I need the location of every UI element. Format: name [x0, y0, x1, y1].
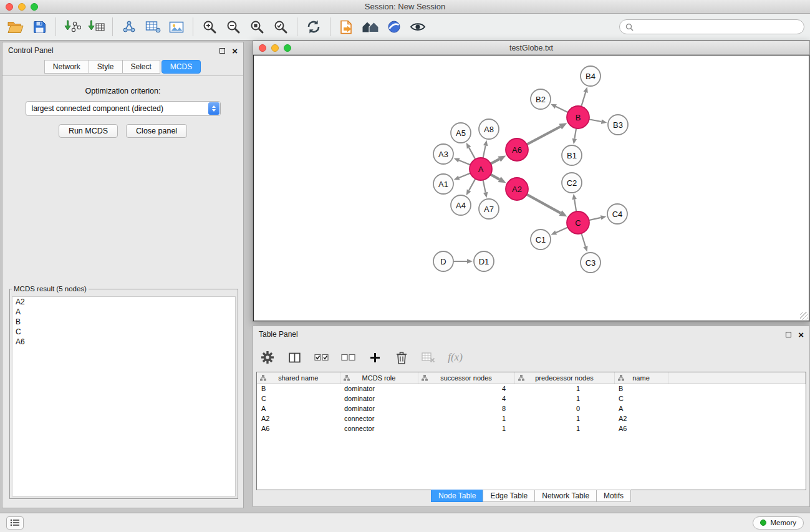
home-button[interactable] — [359, 15, 382, 39]
cell-mcds-role[interactable]: dominator — [340, 404, 418, 414]
memory-button[interactable]: Memory — [753, 516, 804, 530]
cell-predecessor-nodes[interactable]: 1 — [514, 414, 614, 423]
close-window-button[interactable] — [6, 3, 13, 11]
cell-mcds-role[interactable]: dominator — [340, 384, 418, 394]
new-network-icon — [122, 20, 137, 34]
zoom-in-button[interactable] — [198, 15, 221, 39]
mcds-result-item[interactable]: A2 — [12, 297, 235, 307]
save-floppy-icon — [33, 21, 46, 34]
export-image-button[interactable] — [165, 15, 188, 39]
graph-node-label: A7 — [484, 205, 494, 214]
run-mcds-button[interactable]: Run MCDS — [59, 124, 118, 138]
filter-button[interactable] — [382, 15, 406, 39]
cell-name[interactable]: A6 — [614, 423, 668, 433]
cell-shared-name[interactable]: A — [257, 404, 340, 414]
cell-successor-nodes[interactable]: 4 — [418, 394, 514, 404]
import-network-file-button[interactable] — [60, 15, 84, 39]
tab-motifs[interactable]: Motifs — [596, 490, 631, 502]
network-zoom-button[interactable] — [284, 44, 291, 52]
mcds-result-list[interactable]: A2ABCA6 — [12, 296, 236, 496]
column-header-shared-name[interactable]: shared name — [257, 372, 340, 384]
table-row[interactable]: Bdominator41B — [257, 384, 806, 394]
mcds-result-item[interactable]: C — [12, 327, 235, 337]
add-column-button[interactable] — [367, 348, 383, 367]
float-panel-icon[interactable] — [219, 48, 225, 54]
window-title: Session: New Session — [365, 2, 445, 11]
cell-predecessor-nodes[interactable]: 0 — [514, 404, 614, 414]
zoom-window-button[interactable] — [31, 3, 38, 11]
function-builder-button[interactable]: f(x) — [447, 348, 463, 367]
network-canvas[interactable]: B4B2BB3B1A5A8A6A3AA1A2C2A4A7C4CC1C3DD1 — [253, 55, 809, 321]
cell-predecessor-nodes[interactable]: 1 — [514, 384, 614, 394]
delete-column-button[interactable] — [393, 348, 410, 367]
task-history-button[interactable] — [6, 516, 24, 530]
cell-successor-nodes[interactable]: 1 — [418, 414, 514, 423]
close-panel-icon[interactable]: × — [232, 46, 238, 56]
zoom-fit-button[interactable] — [245, 15, 269, 39]
export-document-button[interactable] — [335, 15, 359, 39]
mcds-result-item[interactable]: A — [12, 307, 235, 317]
save-session-button[interactable] — [27, 15, 51, 39]
cell-name[interactable]: A — [614, 404, 668, 414]
select-all-button[interactable] — [313, 348, 329, 367]
search-input[interactable] — [637, 22, 798, 31]
resize-grip[interactable] — [800, 312, 808, 320]
graph-node-label: D — [440, 257, 446, 266]
cell-predecessor-nodes[interactable]: 1 — [514, 423, 614, 433]
show-hide-button[interactable] — [406, 15, 430, 39]
table-row[interactable]: A6connector11A6 — [257, 423, 806, 433]
close-panel-button[interactable]: Close panel — [126, 124, 187, 138]
cell-name[interactable]: B — [614, 384, 668, 394]
tab-mcds[interactable]: MCDS — [162, 60, 201, 74]
control-panel-tabs: NetworkStyleSelectMCDS — [2, 59, 243, 76]
cell-mcds-role[interactable]: dominator — [340, 394, 418, 404]
column-header-successor-nodes[interactable]: successor nodes — [418, 372, 514, 384]
network-minimize-button[interactable] — [271, 44, 279, 52]
column-header-predecessor-nodes[interactable]: predecessor nodes — [514, 372, 614, 384]
cell-successor-nodes[interactable]: 1 — [418, 423, 514, 433]
tab-edge-table[interactable]: Edge Table — [483, 490, 535, 502]
mcds-result-item[interactable]: A6 — [12, 337, 235, 347]
tab-style[interactable]: Style — [89, 60, 123, 74]
tab-network[interactable]: Network — [44, 60, 89, 74]
show-columns-button[interactable] — [286, 348, 302, 367]
open-session-button[interactable] — [4, 15, 27, 39]
status-bar: Memory — [0, 513, 810, 532]
cell-mcds-role[interactable]: connector — [340, 423, 418, 433]
tab-select[interactable]: Select — [122, 60, 160, 74]
cell-shared-name[interactable]: A6 — [257, 423, 340, 433]
float-table-panel-icon[interactable] — [786, 332, 791, 337]
new-network-button[interactable] — [117, 15, 141, 39]
search-box[interactable] — [619, 19, 804, 34]
table-settings-button[interactable] — [259, 348, 276, 367]
column-header-name[interactable]: name — [614, 372, 668, 384]
column-header-mcds-role[interactable]: MCDS role — [340, 372, 418, 384]
zoom-out-button[interactable] — [221, 15, 245, 39]
table-row[interactable]: A2connector11A2 — [257, 414, 806, 423]
new-network-table-button[interactable] — [141, 15, 165, 39]
mcds-result-item[interactable]: B — [12, 317, 235, 327]
mcds-result-box: MCDS result (5 nodes) A2ABCA6 — [9, 285, 238, 499]
optimization-dropdown[interactable]: largest connected component (directed) — [26, 101, 221, 116]
network-close-button[interactable] — [259, 44, 266, 52]
cell-shared-name[interactable]: A2 — [257, 414, 340, 423]
cell-shared-name[interactable]: B — [257, 384, 340, 394]
column-type-icon — [518, 375, 524, 381]
table-row[interactable]: Cdominator41C — [257, 394, 806, 404]
cell-shared-name[interactable]: C — [257, 394, 340, 404]
minimize-window-button[interactable] — [18, 3, 26, 11]
apply-layout-button[interactable] — [302, 15, 325, 39]
cell-name[interactable]: C — [614, 394, 668, 404]
deselect-all-button[interactable] — [340, 348, 356, 367]
tab-network-table[interactable]: Network Table — [534, 490, 597, 502]
zoom-selected-button[interactable] — [269, 15, 292, 39]
cell-name[interactable]: A2 — [614, 414, 668, 423]
import-table-file-button[interactable] — [84, 15, 108, 39]
cell-mcds-role[interactable]: connector — [340, 414, 418, 423]
cell-successor-nodes[interactable]: 8 — [418, 404, 514, 414]
close-table-panel-icon[interactable]: × — [798, 330, 804, 339]
tab-node-table[interactable]: Node Table — [431, 490, 484, 502]
cell-successor-nodes[interactable]: 4 — [418, 384, 514, 394]
table-row[interactable]: Adominator80A — [257, 404, 806, 414]
cell-predecessor-nodes[interactable]: 1 — [514, 394, 614, 404]
